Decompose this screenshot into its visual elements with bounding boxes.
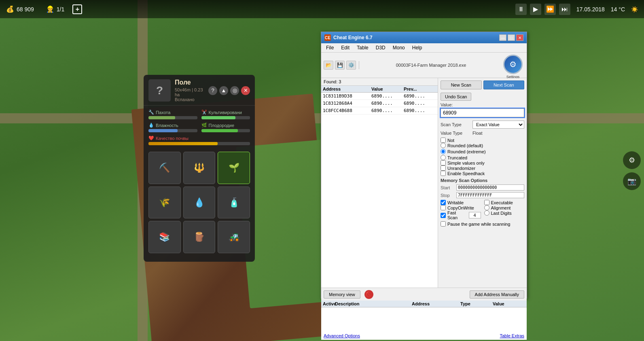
found-label: Found: 3	[324, 79, 341, 84]
close-button[interactable]: ✕	[516, 34, 523, 41]
fast-forward-button[interactable]: ⏩	[544, 4, 556, 15]
moisture-bar	[148, 129, 197, 132]
scan-type-label: Scan Type	[441, 122, 471, 127]
worker-icon: 👷	[46, 5, 54, 13]
window-controls: — □ ✕	[499, 34, 523, 41]
money-display: 💰 68 909	[6, 5, 34, 13]
fast-scan-row: Fast Scan	[441, 210, 481, 220]
not-checkbox[interactable]	[441, 138, 446, 143]
executable-checkbox[interactable]	[484, 200, 489, 205]
minimize-button[interactable]: —	[499, 34, 506, 41]
side-camera-button[interactable]: 📷	[623, 172, 641, 190]
value-input[interactable]	[441, 108, 524, 117]
alignment-radio[interactable]	[484, 205, 489, 210]
tb-open-btn[interactable]: 📂	[324, 61, 333, 70]
col-active: Active	[323, 301, 335, 306]
tb-settings-btn[interactable]: ⚙️	[346, 61, 356, 70]
menu-table[interactable]: Table	[354, 44, 372, 51]
money-value: 68 909	[17, 6, 34, 13]
col-description: Description	[335, 301, 412, 306]
add-button[interactable]: +	[72, 4, 82, 14]
scan-checkboxes: Writable CopyOnWrite Fast Scan	[441, 200, 524, 221]
workers-value: 1/1	[57, 6, 64, 13]
tb-save-btn[interactable]: 💾	[335, 61, 345, 70]
undo-scan-button[interactable]: Undo Scan	[441, 93, 471, 101]
not-checkbox-row: Not	[441, 138, 524, 143]
maximize-button[interactable]: □	[508, 34, 515, 41]
result-row-3[interactable]: 1C8FCC4B688 6890.... 6890....	[321, 107, 438, 114]
col-prev: Prev...	[404, 87, 436, 91]
field-up-button[interactable]: ▲	[219, 86, 228, 95]
speedhack-label: Enable Speedhack	[447, 171, 485, 176]
ce-title: Cheat Engine 6.7	[333, 35, 497, 40]
tool-wood[interactable]: 🪵	[183, 221, 216, 253]
result-row-1[interactable]: 1C8311B9D38 6890.... 6890....	[321, 93, 438, 100]
last-digits-label: Last Digits	[491, 211, 512, 216]
menu-help[interactable]: Help	[409, 44, 426, 51]
field-help-button[interactable]: ?	[208, 86, 217, 95]
stop-address-row: Stop	[441, 192, 524, 198]
last-digits-radio[interactable]	[484, 210, 489, 216]
value-label: Value:	[441, 102, 524, 107]
rounded-extreme-radio[interactable]	[441, 149, 446, 154]
tool-tractor[interactable]: 🚜	[218, 221, 250, 253]
table-extras-link[interactable]: Table Extras	[500, 333, 524, 338]
undo-scan-row: Undo Scan	[441, 93, 524, 101]
col-address: Address	[323, 87, 371, 91]
tool-seed[interactable]: 🌱	[218, 152, 250, 184]
tool-harvest[interactable]: 🌾	[148, 186, 181, 219]
stop-input[interactable]	[456, 192, 524, 198]
menu-d3d[interactable]: D3D	[373, 44, 389, 51]
scan-type-dropdown[interactable]: Exact Value	[472, 121, 524, 129]
pause-game-checkbox[interactable]	[441, 221, 446, 227]
quality-fill	[148, 142, 218, 145]
fast-scan-input[interactable]	[469, 212, 481, 218]
tool-cultivate[interactable]: 🔱	[183, 152, 216, 184]
rounded-default-radio[interactable]	[441, 143, 446, 148]
ce-scan-panel: Found: 3 Address Value Prev... 1C8311B9D…	[321, 78, 438, 288]
fastest-button[interactable]: ⏭	[559, 4, 570, 15]
toolbar-separator	[359, 61, 359, 69]
field-locate-button[interactable]: ◎	[230, 86, 239, 95]
writable-checkbox[interactable]	[441, 200, 446, 205]
menu-edit[interactable]: Edit	[338, 44, 353, 51]
add-address-button[interactable]: Add Address Manually	[470, 290, 524, 299]
ce-scan-controls: New Scan Next Scan Undo Scan Value: Scan…	[438, 78, 527, 288]
simple-values-label: Simple values only	[447, 161, 485, 165]
fast-scan-checkbox[interactable]	[441, 213, 446, 218]
tool-fertilize[interactable]: 🧴	[218, 186, 250, 219]
tool-plow[interactable]: ⛏️	[148, 152, 181, 184]
start-input[interactable]	[456, 184, 524, 191]
executable-label: Executable	[491, 200, 513, 205]
next-scan-button[interactable]: Next Scan	[483, 80, 525, 89]
value-type-row: Value Type Float	[441, 131, 524, 136]
alignment-label: Alignment	[491, 205, 511, 210]
simple-values-checkbox[interactable]	[441, 160, 446, 165]
field-close-button[interactable]: ✕	[241, 86, 250, 95]
play-button[interactable]: ▶	[530, 4, 541, 15]
menu-file[interactable]: File	[323, 44, 337, 51]
found-bar: Found: 3	[321, 78, 438, 86]
temp-display: 14 °C	[611, 6, 625, 13]
menu-mono[interactable]: Mono	[390, 44, 408, 51]
copy-on-write-checkbox[interactable]	[441, 205, 446, 210]
plow-fill	[148, 116, 175, 119]
value-type-value: Float	[472, 131, 482, 136]
unrandomizer-checkbox[interactable]	[441, 165, 446, 171]
start-label: Start	[441, 185, 455, 190]
result-row-2[interactable]: 1C8312868A4 6890.... 6890....	[321, 100, 438, 107]
settings-circle[interactable]: ⚙	[503, 55, 523, 74]
tool-book[interactable]: 📚	[148, 221, 181, 253]
addr-table-body: Advanced Options Table Extras	[321, 307, 527, 340]
clear-button[interactable]: 🚫	[364, 290, 373, 299]
memory-view-button[interactable]: Memory view	[324, 290, 360, 299]
truncated-radio[interactable]	[441, 155, 446, 160]
pause-button[interactable]: ⏸	[515, 4, 527, 15]
speedhack-checkbox[interactable]	[441, 171, 446, 176]
cultivate-bar	[201, 116, 250, 119]
new-scan-button[interactable]: New Scan	[441, 80, 482, 89]
copy-on-write-row: CopyOnWrite	[441, 205, 481, 210]
tool-water[interactable]: 💧	[183, 186, 216, 219]
side-settings-button[interactable]: ⚙	[623, 151, 641, 169]
advanced-options-link[interactable]: Advanced Options	[324, 333, 360, 338]
